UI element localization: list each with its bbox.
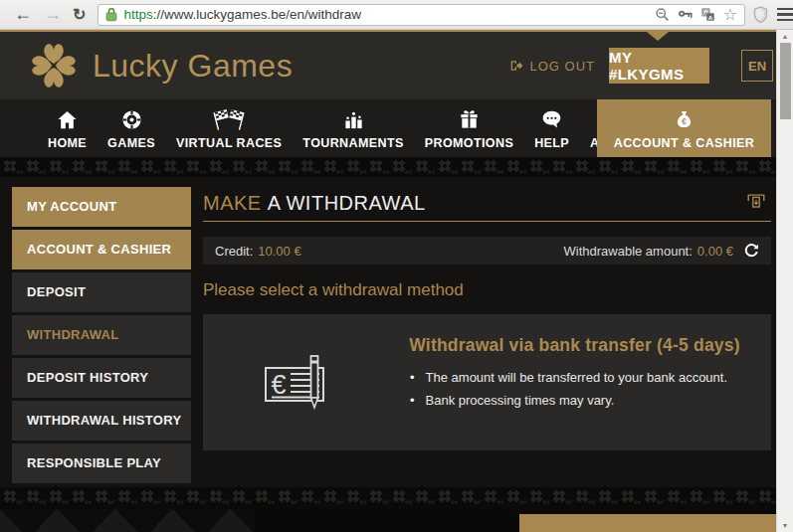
translate-icon[interactable]: A: [700, 7, 715, 22]
withdraw-icon: [745, 191, 767, 217]
forward-button[interactable]: →: [44, 4, 62, 25]
nav-item-account-cashier[interactable]: € ACCOUNT & CASHIER: [597, 99, 771, 157]
credit-value: 10.00 €: [258, 244, 300, 259]
bank-transfer-method[interactable]: € Withdrawal via bank transfer (4-5 days…: [203, 314, 771, 450]
sidebar-item-responsible-play[interactable]: RESPONSIBLE PLAY: [12, 443, 191, 483]
nav-item-help[interactable]: HELP: [534, 107, 569, 150]
sidebar-item-withdrawal[interactable]: WITHDRAWAL: [12, 315, 191, 355]
sidebar-item-my-account[interactable]: MY ACCOUNT: [12, 187, 191, 227]
page-header: MAKEA WITHDRAWAL: [203, 185, 771, 222]
site-header: Lucky Games LOG OUT MY #LKYGMS EN: [0, 32, 776, 99]
padlock-icon: [105, 7, 117, 22]
saved-password-key-icon[interactable]: [678, 7, 693, 22]
method-bullet-list: •The amount will be transferred to your …: [402, 370, 747, 408]
clover-pattern-band: [0, 157, 776, 177]
site-viewport: Lucky Games LOG OUT MY #LKYGMS EN: [0, 30, 776, 532]
footer-strip: [0, 509, 776, 532]
logo-text: Lucky Games: [93, 48, 293, 85]
chat-bubble-icon: [540, 107, 563, 131]
footer-thumbnails-pattern: [0, 509, 255, 532]
url-path: ://www.luckygames.be/en/withdraw: [153, 7, 361, 22]
scroll-down-arrow[interactable]: ▼: [782, 519, 789, 532]
main-nav: HOME: [0, 99, 776, 157]
podium-icon: [342, 107, 365, 131]
logout-label: LOG OUT: [529, 59, 595, 74]
svg-text:€: €: [271, 370, 286, 400]
page-title-accent: MAKE: [203, 192, 262, 214]
sidebar-item-withdrawal-history[interactable]: WITHDRAWAL HISTORY: [12, 401, 191, 441]
credit-label: Credit:: [215, 244, 253, 259]
method-bullet: •The amount will be transferred to your …: [410, 370, 747, 385]
withdrawable-value: 0.00 €: [697, 244, 733, 259]
account-sidebar: MY ACCOUNT ACCOUNT & CASHIER DEPOSIT WIT…: [12, 187, 191, 486]
url-text: https://www.luckygames.be/en/withdraw: [123, 7, 361, 22]
logout-icon: [509, 59, 523, 73]
method-heading: Please select a withdrawal method: [203, 280, 771, 300]
refresh-icon: [743, 243, 759, 259]
svg-text:€: €: [682, 117, 687, 126]
withdrawal-page: MAKEA WITHDRAWAL Credit: 10.00 € Withdra…: [203, 177, 771, 450]
nav-item-virtual-races[interactable]: VIRTUAL RACES: [176, 107, 282, 150]
casino-chip-icon: [120, 107, 143, 131]
cheque-pen-icon: €: [203, 314, 402, 450]
logout-button[interactable]: LOG OUT: [509, 59, 595, 74]
nav-item-tournaments[interactable]: TOURNAMENTS: [302, 107, 403, 150]
page-scrollbar[interactable]: ▲ ▼: [776, 30, 793, 532]
my-account-button[interactable]: MY #LKYGMS: [609, 48, 709, 84]
sidebar-item-deposit-history[interactable]: DEPOSIT HISTORY: [12, 358, 191, 398]
address-bar[interactable]: https://www.luckygames.be/en/withdraw: [98, 4, 745, 26]
content-area: MY ACCOUNT ACCOUNT & CASHIER DEPOSIT WIT…: [0, 177, 776, 487]
site-logo[interactable]: Lucky Games: [26, 38, 293, 93]
nav-item-games[interactable]: GAMES: [107, 107, 155, 150]
money-bag-icon: €: [673, 107, 695, 131]
scrollbar-thumb[interactable]: [780, 43, 791, 119]
refresh-balance-button[interactable]: [743, 243, 759, 259]
page-title-rest: A WITHDRAWAL: [268, 192, 426, 214]
page-title: MAKEA WITHDRAWAL: [203, 192, 426, 215]
clover-pattern-band: [0, 487, 776, 509]
language-label: EN: [748, 59, 766, 74]
method-title: Withdrawal via bank transfer (4-5 days): [402, 335, 747, 356]
gift-icon: [458, 107, 481, 131]
back-button[interactable]: ←: [14, 4, 32, 25]
username-label: MY #LKYGMS: [609, 49, 709, 83]
zoom-out-icon[interactable]: [655, 7, 670, 22]
withdrawable-label: Withdrawable amount:: [564, 244, 693, 259]
method-bullet: •Bank processing times may vary.: [410, 393, 747, 408]
header-gold-notch: [647, 32, 669, 41]
method-details: Withdrawal via bank transfer (4-5 days) …: [402, 314, 771, 450]
screenshot-root: ← → ↻ https://www.luckygames.be/en/withd…: [0, 0, 793, 532]
checkered-flags-icon: [213, 107, 245, 131]
home-icon: [55, 107, 80, 131]
reload-button[interactable]: ↻: [73, 5, 86, 24]
sidebar-item-deposit[interactable]: DEPOSIT: [12, 272, 191, 312]
scroll-up-arrow[interactable]: ▲: [782, 30, 789, 43]
extension-shield-icon[interactable]: [753, 6, 768, 24]
svg-text:A: A: [707, 14, 712, 21]
language-selector[interactable]: EN: [741, 50, 773, 82]
sidebar-item-account-cashier[interactable]: ACCOUNT & CASHIER: [12, 230, 191, 269]
browser-toolbar: ← → ↻ https://www.luckygames.be/en/withd…: [0, 0, 793, 30]
nav-item-promotions[interactable]: PROMOTIONS: [425, 107, 513, 150]
clover-logo-icon: [26, 38, 82, 93]
browser-menu-icon[interactable]: [777, 8, 793, 22]
balance-bar: Credit: 10.00 € Withdrawable amount: 0.0…: [203, 237, 771, 265]
footer-gold-bar: [519, 514, 776, 532]
nav-item-home[interactable]: HOME: [48, 107, 87, 150]
bookmark-star-icon[interactable]: ☆: [723, 7, 737, 23]
url-scheme: https: [123, 7, 152, 22]
